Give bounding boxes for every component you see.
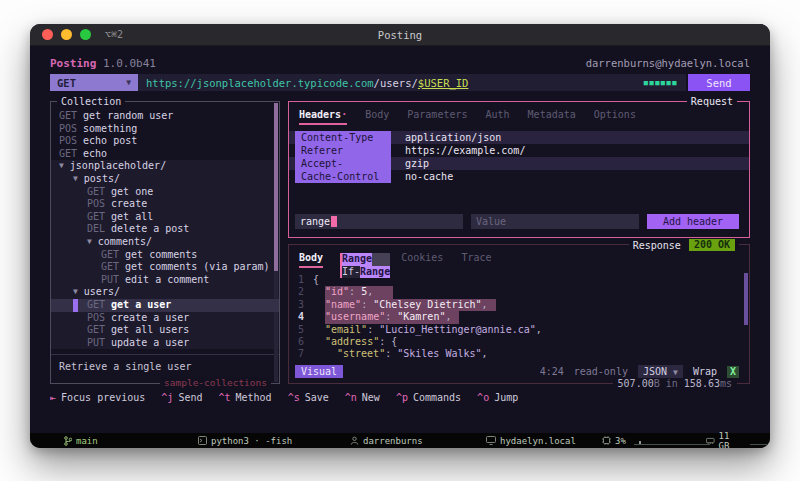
collection-panel: Collection GETget random user POSsomethi… — [50, 101, 280, 384]
add-header-button[interactable]: Add header — [647, 214, 739, 229]
folder-item[interactable]: ▼jsonplaceholder/ — [51, 160, 279, 173]
headers-table: Content-Typeapplication/json Refererhttp… — [289, 131, 749, 183]
binding-focus-previous[interactable]: ⇤Focus previous — [50, 392, 145, 403]
request-item[interactable]: GETget random user — [51, 110, 279, 123]
folder-item[interactable]: ▼users/ — [51, 286, 279, 299]
request-item[interactable]: GETget one — [51, 186, 279, 199]
send-button[interactable]: Send — [688, 74, 750, 91]
tab-response-body[interactable]: Body — [299, 252, 323, 268]
request-item[interactable]: POSecho post — [51, 135, 279, 148]
request-item[interactable]: GETget comments (via param) — [51, 261, 279, 274]
folder-item[interactable]: ▼comments/ — [51, 236, 279, 249]
code-line: 6"address": { — [289, 336, 749, 348]
window-title: Posting — [30, 29, 770, 41]
new-header-row: range Value Add header — [295, 214, 739, 229]
method-select[interactable]: GET ▼ — [50, 74, 138, 91]
main-area: Collection GETget random user POSsomethi… — [50, 101, 750, 384]
request-item[interactable]: PUTedit a comment — [51, 274, 279, 287]
binding-send[interactable]: ^jSend — [161, 392, 202, 403]
tab-auth[interactable]: Auth — [486, 109, 510, 125]
right-column: Request Headers· Body Parameters Auth Me… — [288, 101, 750, 384]
code-line: 5"email": "Lucio_Hettinger@annie.ca", — [289, 324, 749, 336]
response-body-editor[interactable]: 1{ 2"id": 5, 3"name": "Chelsey Dietrich"… — [289, 274, 749, 361]
app-body: Posting 1.0.0b41 darrenburns@hydaelyn.lo… — [30, 46, 770, 433]
url-bar: GET ▼ https://jsonplaceholder.typicode.c… — [50, 74, 750, 91]
editor-mode-badge: Visual — [295, 365, 343, 378]
request-item-selected[interactable]: GETget a user — [51, 299, 279, 312]
tab-response-trace[interactable]: Trace — [461, 252, 491, 268]
tab-body[interactable]: Body — [365, 109, 389, 125]
request-item[interactable]: GETget all users — [51, 324, 279, 337]
tab-response-cookies[interactable]: Cookies — [401, 252, 443, 268]
app-header: Posting 1.0.0b41 darrenburns@hydaelyn.lo… — [50, 46, 750, 71]
folder-item[interactable]: ▼posts/ — [51, 173, 279, 186]
request-item[interactable]: GETecho — [51, 148, 279, 161]
url-input[interactable]: https://jsonplaceholder.typicode.com/use… — [138, 74, 686, 91]
autocomplete-cursor-tail — [372, 253, 390, 266]
request-item[interactable]: POScreate — [51, 198, 279, 211]
tab-options[interactable]: Options — [594, 109, 636, 125]
tab-parameters[interactable]: Parameters — [407, 109, 467, 125]
request-item[interactable]: POSsomething — [51, 123, 279, 136]
collection-subtree: ▼jsonplaceholder/ ▼posts/ GETget one POS… — [51, 160, 279, 349]
tab-headers[interactable]: Headers· — [299, 109, 347, 125]
request-panel: Request Headers· Body Parameters Auth Me… — [288, 101, 750, 238]
url-host: https://jsonplaceholder.typicode.com — [146, 77, 374, 89]
url-path: /users/ — [374, 77, 418, 89]
autocomplete-dropdown: Range If-Range — [340, 253, 390, 278]
expand-arrow-icon: ▼ — [59, 160, 64, 173]
cpu-graph — [634, 437, 710, 445]
wrap-checkbox[interactable]: X — [727, 366, 739, 378]
header-row[interactable]: Content-Typeapplication/json — [289, 131, 749, 144]
format-select[interactable]: JSON ▼ — [638, 365, 683, 379]
text-cursor — [331, 216, 337, 227]
request-item[interactable]: POScreate a user — [51, 312, 279, 325]
response-scrollbar[interactable] — [744, 273, 748, 325]
app-window: ⌥⌘2 Posting Posting 1.0.0b41 darrenburns… — [30, 24, 770, 448]
request-item[interactable]: GETget comments — [51, 249, 279, 262]
display-icon — [486, 436, 496, 445]
url-variable: $USER_ID — [418, 77, 469, 89]
memory-graph — [750, 437, 770, 445]
autocomplete-option[interactable]: If-Range — [342, 266, 390, 279]
cpu-icon — [602, 436, 611, 445]
terminal-status-bar: main python3 · -fish darrenburns hydaely… — [30, 433, 770, 448]
window-titlebar: ⌥⌘2 Posting — [30, 24, 770, 46]
cpu-status: 3% — [602, 434, 710, 447]
app-name: Posting — [50, 57, 96, 70]
binding-jump[interactable]: ^oJump — [477, 392, 518, 403]
header-row[interactable]: Refererhttps://example.com/ — [289, 144, 749, 157]
user-host: darrenburns@hydaelyn.local — [586, 57, 750, 71]
request-item[interactable]: DELdelete a post — [51, 223, 279, 236]
ram-icon — [706, 437, 715, 445]
git-branch-icon — [64, 436, 72, 446]
code-line: 7"street": "Skiles Walks", — [289, 348, 749, 360]
header-row[interactable]: Accept-Encodinggzip — [289, 157, 749, 170]
response-panel-title: Response — [633, 240, 681, 251]
expand-arrow-icon: ▼ — [87, 236, 92, 249]
request-item[interactable]: GETget all — [51, 211, 279, 224]
user-status: darrenburns — [350, 434, 423, 447]
expand-arrow-icon: ▼ — [73, 173, 78, 186]
chevron-down-icon: ▼ — [673, 368, 678, 377]
header-row[interactable]: Cache-Controlno-cache — [289, 170, 749, 183]
shell-status: python3 · -fish — [198, 434, 292, 447]
app-version: 1.0.0b41 — [103, 57, 156, 70]
header-value-input[interactable]: Value — [471, 214, 639, 229]
collection-tree: GETget random user POSsomething POSecho … — [51, 110, 279, 349]
memory-status: 11 GB — [706, 434, 770, 447]
autocomplete-option[interactable]: Range — [342, 253, 390, 266]
tab-metadata[interactable]: Metadata — [528, 109, 576, 125]
person-icon — [350, 436, 359, 445]
response-panel-header: Response 200 OK — [629, 239, 739, 251]
binding-save[interactable]: ^sSave — [288, 392, 329, 403]
collection-name-label: sample-collections — [160, 377, 271, 388]
expand-arrow-icon: ▼ — [73, 286, 78, 299]
binding-new[interactable]: ^nNew — [345, 392, 380, 403]
git-branch-status: main — [64, 434, 98, 447]
header-name-input[interactable]: range — [295, 214, 463, 229]
binding-commands[interactable]: ^pCommands — [396, 392, 461, 403]
desktop: ⌥⌘2 Posting Posting 1.0.0b41 darrenburns… — [0, 0, 800, 481]
binding-method[interactable]: ^tMethod — [218, 392, 271, 403]
request-item[interactable]: PUTupdate a user — [51, 337, 279, 350]
